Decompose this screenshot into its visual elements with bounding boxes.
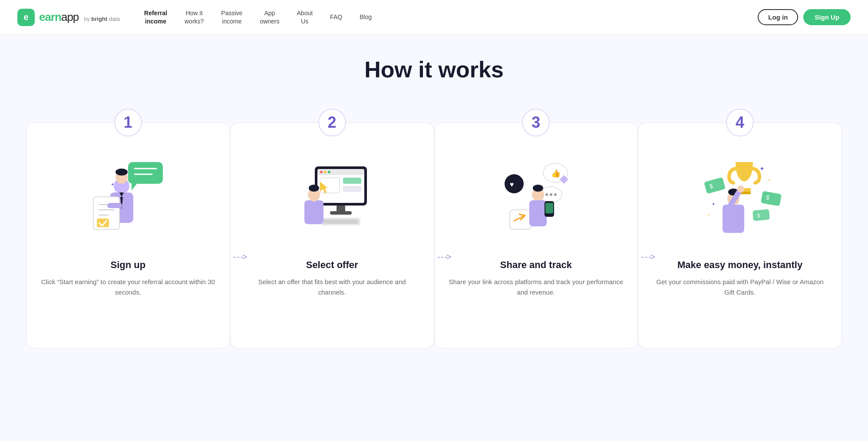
svg-text:✦: ✦ (759, 165, 765, 172)
step-4-title: Make easy money, instantly (677, 259, 802, 271)
step-3-title: Share and track (500, 259, 572, 271)
main-content: How it works 1 ✦ ✦ (0, 35, 868, 383)
nav-passive-income[interactable]: Passiveincome (214, 6, 249, 28)
step-2-wrapper: 2 (230, 109, 434, 348)
logo-earn: earn (39, 10, 61, 24)
svg-text:♥: ♥ (510, 181, 514, 188)
login-button[interactable]: Log in (758, 9, 798, 25)
step-4-illustration: $ $ $ ✦ ✦ × × (651, 145, 828, 249)
step-4-number: 4 (726, 109, 754, 136)
svg-point-41 (545, 193, 548, 196)
svg-point-21 (320, 171, 323, 173)
step-3-number: 3 (522, 109, 550, 136)
svg-rect-51 (704, 177, 726, 194)
step-3-card: 👍 ♥ (434, 123, 638, 348)
svg-point-33 (309, 185, 319, 192)
logo[interactable]: e earn app by bright data (17, 9, 120, 26)
navbar: e earn app by bright data Referralincome… (0, 0, 868, 35)
step-4-card: $ $ $ ✦ ✦ × × (638, 123, 842, 348)
steps-grid: 1 ✦ ✦ (26, 109, 842, 348)
svg-rect-25 (343, 178, 361, 184)
svg-rect-26 (343, 186, 361, 192)
step-1-number: 1 (114, 109, 142, 136)
svg-rect-34 (304, 200, 323, 224)
svg-rect-47 (529, 200, 547, 226)
svg-rect-49 (545, 203, 553, 213)
nav-referral-income[interactable]: Referralincome (137, 6, 174, 28)
logo-by: by (82, 16, 91, 22)
svg-rect-53 (761, 191, 782, 206)
nav-faq[interactable]: FAQ (323, 10, 349, 24)
svg-point-8 (116, 169, 128, 176)
step-4-wrapper: 4 $ $ $ ✦ ✦ × (638, 109, 842, 348)
signup-button[interactable]: Sign Up (803, 9, 851, 25)
nav-blog[interactable]: Blog (353, 10, 379, 24)
step-3-desc: Share your link across platforms and tra… (448, 277, 625, 298)
step-1-desc: Click “Start earning” to create your ref… (40, 277, 217, 298)
logo-bright: bright (91, 16, 107, 22)
logo-data: data (107, 16, 120, 22)
svg-rect-28 (337, 206, 345, 212)
svg-point-66 (737, 186, 744, 192)
svg-text:×: × (768, 178, 771, 182)
svg-rect-64 (723, 205, 744, 233)
logo-text: earn app by bright data (39, 10, 120, 24)
logo-app: app (61, 10, 79, 24)
nav-how-it-works[interactable]: How itworks? (178, 6, 211, 28)
svg-point-43 (554, 193, 557, 196)
nav-links: Referralincome How itworks? Passiveincom… (137, 6, 758, 28)
svg-text:✦: ✦ (712, 202, 715, 206)
step-1-wrapper: 1 ✦ ✦ (26, 109, 230, 348)
page-title: How it works (26, 56, 842, 83)
svg-text:×: × (707, 212, 710, 217)
step-2-illustration (244, 145, 421, 249)
step-1-title: Sign up (111, 259, 146, 271)
nav-right: Log in Sign Up (758, 9, 851, 25)
svg-text:✦: ✦ (111, 182, 114, 187)
step-3-wrapper: 3 👍 ♥ (434, 109, 638, 348)
step-1-card: ✦ ✦ (26, 123, 230, 348)
nav-about-us[interactable]: AboutUs (290, 6, 320, 28)
svg-rect-55 (752, 209, 770, 221)
svg-marker-3 (132, 184, 137, 190)
step-2-title: Select offer (306, 259, 358, 271)
svg-rect-31 (323, 219, 358, 224)
step-2-number: 2 (318, 109, 346, 136)
step-4-desc: Get your commissions paid with PayPal / … (651, 277, 828, 298)
svg-point-42 (550, 193, 552, 196)
svg-point-46 (533, 185, 543, 192)
svg-rect-29 (330, 211, 352, 215)
svg-rect-0 (128, 162, 163, 184)
svg-point-38 (505, 174, 524, 193)
svg-point-23 (328, 171, 330, 173)
svg-point-22 (324, 171, 327, 173)
step-2-card: Select offer Select an offer that fits b… (230, 123, 434, 348)
svg-text:👍: 👍 (551, 169, 561, 178)
step-1-illustration: ✦ ✦ (40, 145, 217, 249)
svg-point-35 (310, 196, 317, 202)
logo-icon: e (17, 9, 35, 26)
step-3-illustration: 👍 ♥ (448, 145, 625, 249)
nav-app-owners[interactable]: Appowners (253, 6, 286, 28)
step-2-desc: Select an offer that fits best with your… (244, 277, 421, 298)
